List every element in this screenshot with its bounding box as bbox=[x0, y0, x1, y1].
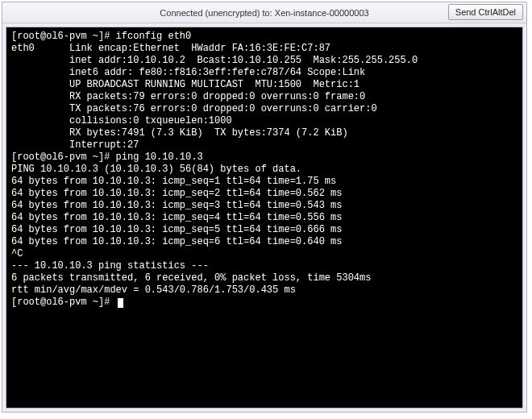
terminal-line: [root@ol6-pvm ~]# ifconfig eth0 bbox=[11, 31, 517, 43]
terminal-line: RX packets:79 errors:0 dropped:0 overrun… bbox=[11, 91, 517, 103]
titlebar: Connected (unencrypted) to: Xen-instance… bbox=[2, 2, 526, 23]
terminal-line: inet6 addr: fe80::f816:3eff:fefe:c787/64… bbox=[11, 67, 517, 79]
terminal-line: collisions:0 txqueuelen:1000 bbox=[11, 115, 517, 127]
terminal-line: UP BROADCAST RUNNING MULTICAST MTU:1500 … bbox=[11, 79, 517, 91]
cursor bbox=[118, 298, 123, 308]
terminal-line: 64 bytes from 10.10.10.3: icmp_seq=2 ttl… bbox=[11, 188, 517, 200]
terminal-line: 64 bytes from 10.10.10.3: icmp_seq=4 ttl… bbox=[11, 212, 517, 224]
send-ctrlaltdel-button[interactable]: Send CtrlAltDel bbox=[448, 4, 523, 20]
terminal-line: --- 10.10.10.3 ping statistics --- bbox=[11, 260, 517, 272]
console-window: Connected (unencrypted) to: Xen-instance… bbox=[2, 2, 527, 413]
terminal-line: eth0 Link encap:Ethernet HWaddr FA:16:3E… bbox=[11, 43, 517, 55]
terminal-line: TX packets:76 errors:0 dropped:0 overrun… bbox=[11, 103, 517, 115]
terminal-line: PING 10.10.10.3 (10.10.10.3) 56(84) byte… bbox=[11, 164, 517, 176]
terminal-line: RX bytes:7491 (7.3 KiB) TX bytes:7374 (7… bbox=[11, 127, 517, 139]
terminal-line: ^C bbox=[11, 248, 517, 260]
terminal[interactable]: [root@ol6-pvm ~]# ifconfig eth0eth0 Link… bbox=[6, 27, 523, 409]
terminal-line: 6 packets transmitted, 6 received, 0% pa… bbox=[11, 272, 517, 284]
terminal-line: [root@ol6-pvm ~]# ping 10.10.10.3 bbox=[11, 151, 517, 164]
terminal-line: 64 bytes from 10.10.10.3: icmp_seq=6 ttl… bbox=[11, 236, 517, 248]
terminal-line: 64 bytes from 10.10.10.3: icmp_seq=1 ttl… bbox=[11, 176, 517, 188]
terminal-wrap: [root@ol6-pvm ~]# ifconfig eth0eth0 Link… bbox=[2, 23, 526, 412]
terminal-line: [root@ol6-pvm ~]# bbox=[11, 297, 517, 309]
terminal-line: inet addr:10.10.10.2 Bcast:10.10.10.255 … bbox=[11, 55, 517, 67]
terminal-line: Interrupt:27 bbox=[11, 139, 517, 151]
terminal-line: 64 bytes from 10.10.10.3: icmp_seq=5 ttl… bbox=[11, 224, 517, 236]
terminal-line: 64 bytes from 10.10.10.3: icmp_seq=3 ttl… bbox=[11, 200, 517, 212]
terminal-line: rtt min/avg/max/mdev = 0.543/0.786/1.753… bbox=[11, 284, 517, 297]
